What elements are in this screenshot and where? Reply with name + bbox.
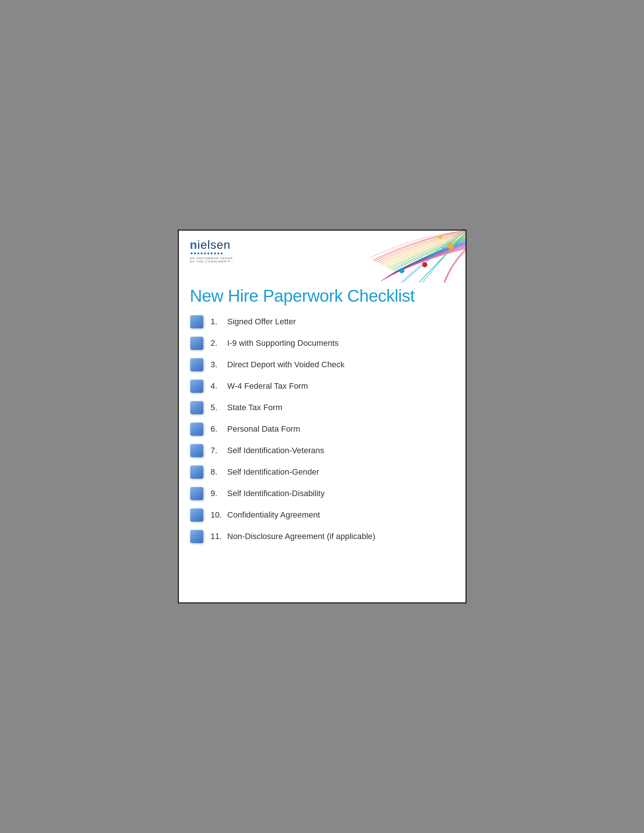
item-number-6: 6.	[211, 424, 227, 434]
item-number-11: 11.	[211, 532, 227, 541]
list-item: 3. Direct Deport with Voided Check	[190, 358, 454, 371]
item-text-3: Direct Deport with Voided Check	[227, 360, 345, 370]
page-title-section: New Hire Paperwork Checklist	[179, 283, 465, 313]
item-text-2: I-9 with Supporting Documents	[227, 338, 339, 348]
list-item: 10. Confidentiality Agreement	[190, 508, 454, 522]
item-number-3: 3.	[211, 360, 227, 370]
dot-10	[221, 252, 222, 254]
item-text-9: Self Identification-Disability	[227, 489, 325, 499]
dot-3	[197, 252, 199, 254]
page-title: New Hire Paperwork Checklist	[190, 286, 454, 306]
checkbox-1[interactable]	[190, 315, 203, 328]
dot-8	[214, 252, 216, 254]
checkbox-9[interactable]	[190, 487, 203, 500]
svg-point-1	[422, 262, 427, 267]
dot-2	[194, 252, 196, 254]
dot-9	[217, 252, 219, 254]
logo-area: nielsen AN UNCOMMON SENSE OF THE C	[190, 238, 233, 263]
page: nielsen AN UNCOMMON SENSE OF THE C	[178, 230, 467, 603]
item-text-10: Confidentiality Agreement	[227, 510, 320, 520]
dot-1	[191, 252, 193, 254]
checkbox-11[interactable]	[190, 530, 203, 543]
list-item: 11. Non-Disclosure Agreement (if applica…	[190, 530, 454, 543]
item-number-9: 9.	[211, 489, 227, 499]
item-text-6: Personal Data Form	[227, 424, 300, 434]
checklist-container: 1. Signed Offer Letter 2. I-9 with Suppo…	[179, 313, 465, 562]
item-text-5: State Tax Form	[227, 403, 283, 412]
brand-name-text: nielsen	[190, 238, 231, 251]
item-number-4: 4.	[211, 381, 227, 391]
dot-7	[211, 252, 213, 254]
brand-dots	[191, 252, 233, 254]
svg-point-2	[448, 243, 454, 249]
list-item: 5. State Tax Form	[190, 401, 454, 414]
item-number-5: 5.	[211, 403, 227, 412]
dot-5	[204, 252, 206, 254]
checkbox-8[interactable]	[190, 465, 203, 479]
nielsen-logo: nielsen AN UNCOMMON SENSE OF THE C	[190, 238, 233, 263]
checkbox-7[interactable]	[190, 444, 203, 457]
item-text-1: Signed Offer Letter	[227, 317, 296, 326]
item-number-2: 2.	[211, 338, 227, 348]
checkbox-2[interactable]	[190, 336, 203, 350]
checkbox-4[interactable]	[190, 380, 203, 393]
dot-4	[201, 252, 203, 254]
item-text-11: Non-Disclosure Agreement (if applicable)	[227, 532, 375, 541]
header-decoration	[310, 231, 465, 283]
item-number-10: 10.	[211, 510, 227, 520]
list-item: 8. Self Identification-Gender	[190, 465, 454, 479]
brand-name: nielsen	[190, 238, 233, 252]
item-text-4: W-4 Federal Tax Form	[227, 381, 308, 391]
checkbox-6[interactable]	[190, 423, 203, 436]
item-text-7: Self Identification-Veterans	[227, 446, 324, 455]
header: nielsen AN UNCOMMON SENSE OF THE C	[179, 231, 465, 283]
list-item: 4. W-4 Federal Tax Form	[190, 380, 454, 393]
checkbox-3[interactable]	[190, 358, 203, 371]
item-number-1: 1.	[211, 317, 227, 326]
svg-point-3	[438, 235, 442, 239]
item-number-7: 7.	[211, 446, 227, 455]
item-number-8: 8.	[211, 467, 227, 477]
list-item: 2. I-9 with Supporting Documents	[190, 336, 454, 350]
list-item: 9. Self Identification-Disability	[190, 487, 454, 500]
checkbox-10[interactable]	[190, 508, 203, 522]
list-item: 6. Personal Data Form	[190, 423, 454, 436]
svg-point-0	[399, 268, 404, 273]
item-text-8: Self Identification-Gender	[227, 467, 319, 477]
dot-6	[208, 252, 209, 254]
brand-tagline: AN UNCOMMON SENSE OF THE CONSUMER™	[190, 257, 233, 263]
checkbox-5[interactable]	[190, 401, 203, 414]
list-item: 7. Self Identification-Veterans	[190, 444, 454, 457]
list-item: 1. Signed Offer Letter	[190, 315, 454, 328]
